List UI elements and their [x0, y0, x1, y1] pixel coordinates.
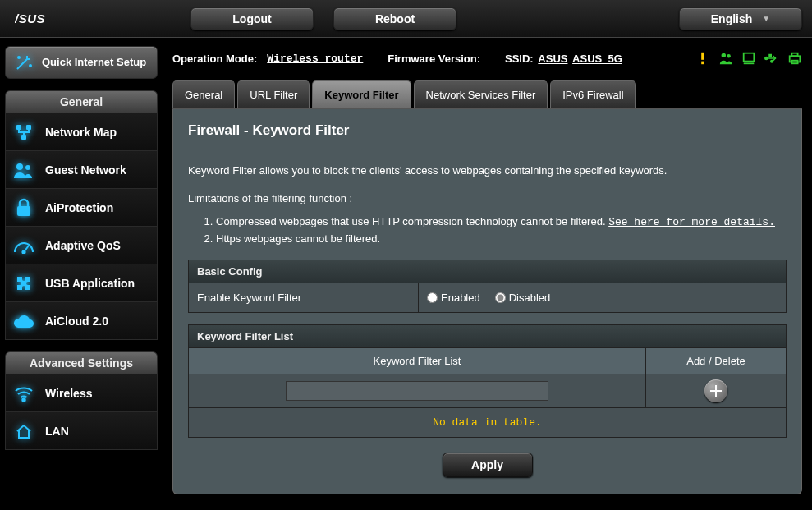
no-data-message: No data in table. — [188, 408, 787, 438]
ssid-link-1[interactable]: ASUS — [538, 53, 567, 65]
users-status-icon[interactable] — [718, 51, 733, 66]
firewall-tabs: General URL Filter Keyword Filter Networ… — [172, 80, 802, 109]
svg-rect-4 — [26, 125, 31, 130]
svg-rect-11 — [701, 53, 704, 60]
keyword-filter-list-header: Keyword Filter List — [188, 324, 787, 348]
tab-general[interactable]: General — [172, 80, 235, 108]
sidebar-item-label: Wireless — [45, 387, 92, 400]
main-content: Operation Mode: Wireless router Firmware… — [163, 38, 812, 494]
sidebar-item-label: AiProtection — [45, 201, 113, 214]
sidebar-item-network-map[interactable]: Network Map — [5, 113, 158, 151]
puzzle-icon — [12, 272, 35, 295]
op-mode-link[interactable]: Wireless router — [267, 53, 363, 65]
column-action: Add / Delete — [646, 348, 786, 374]
enable-keyword-filter-label: Enable Keyword Filter — [189, 283, 419, 312]
svg-rect-15 — [744, 53, 755, 62]
svg-point-6 — [16, 163, 23, 170]
ssid-link-2[interactable]: ASUS_5G — [572, 53, 622, 65]
language-label: English — [711, 12, 753, 25]
network-map-icon — [12, 121, 35, 144]
top-bar: /SUS Logout Reboot English ▼ — [0, 0, 812, 38]
basic-config-header: Basic Config — [188, 260, 787, 283]
svg-point-2 — [30, 65, 31, 67]
svg-point-9 — [22, 250, 25, 253]
sidebar-section-advanced: Advanced Settings — [5, 351, 158, 374]
column-keyword: Keyword Filter List — [189, 348, 646, 374]
add-keyword-button[interactable] — [704, 379, 727, 402]
page-title: Firewall - Keyword Filter — [188, 122, 787, 149]
usb-status-icon[interactable] — [764, 51, 779, 66]
wand-icon — [12, 51, 35, 74]
sidebar-item-label: Guest Network — [45, 163, 126, 177]
ssid-block: SSID: ASUS ASUS_5G — [505, 53, 622, 65]
chevron-down-icon: ▼ — [762, 14, 770, 23]
sidebar-item-lan[interactable]: LAN — [5, 412, 158, 450]
sidebar-item-wireless[interactable]: Wireless — [5, 374, 158, 412]
logout-button[interactable]: Logout — [190, 7, 314, 30]
radio-enabled[interactable]: Enabled — [427, 292, 480, 304]
svg-rect-17 — [769, 55, 771, 57]
content-panel: Firewall - Keyword Filter Keyword Filter… — [172, 109, 802, 494]
wifi-icon — [12, 382, 35, 405]
op-mode-label: Operation Mode: — [172, 53, 257, 65]
svg-point-10 — [22, 398, 25, 401]
qis-label: Quick Internet Setup — [42, 57, 146, 68]
tab-url-filter[interactable]: URL Filter — [237, 80, 310, 108]
sidebar-item-aicloud[interactable]: AiCloud 2.0 — [5, 302, 158, 340]
page-description: Keyword Filter allows you to block the c… — [188, 163, 787, 179]
svg-point-18 — [771, 61, 773, 62]
radio-disabled-input[interactable] — [495, 292, 506, 303]
keyword-filter-list-section: Keyword Filter List Keyword Filter List … — [188, 324, 787, 438]
svg-rect-3 — [16, 125, 21, 130]
tab-ipv6-firewall[interactable]: IPv6 Firewall — [550, 80, 635, 108]
router-info-bar: Operation Mode: Wireless router Firmware… — [172, 46, 802, 71]
alert-icon[interactable] — [695, 51, 710, 66]
svg-rect-5 — [21, 135, 26, 140]
sidebar-item-aiprotection[interactable]: AiProtection — [5, 189, 158, 227]
tab-keyword-filter[interactable]: Keyword Filter — [312, 80, 411, 108]
radio-disabled[interactable]: Disabled — [495, 292, 551, 304]
reboot-button[interactable]: Reboot — [333, 7, 456, 30]
status-icons — [695, 51, 802, 66]
speedometer-icon — [12, 234, 35, 257]
plus-icon — [709, 384, 723, 397]
home-icon — [12, 420, 35, 443]
sidebar-section-general: General — [5, 90, 158, 113]
svg-rect-8 — [17, 206, 30, 216]
sidebar-item-label: LAN — [45, 425, 69, 438]
keyword-input[interactable] — [286, 381, 548, 401]
sidebar-item-label: Network Map — [45, 126, 117, 139]
sidebar-item-usb-application[interactable]: USB Application — [5, 264, 158, 302]
limitation-1: Compressed webpages that use HTTP compre… — [216, 214, 787, 231]
svg-point-13 — [722, 53, 726, 57]
tab-network-services-filter[interactable]: Network Services Filter — [414, 80, 548, 108]
printer-status-icon[interactable] — [787, 51, 802, 66]
limitation-details-link[interactable]: See here for more details. — [608, 216, 775, 228]
svg-point-1 — [18, 57, 20, 58]
limitations-title: Limitations of the filtering function : — [188, 191, 787, 207]
users-icon — [12, 159, 35, 181]
wan-status-icon[interactable] — [741, 51, 756, 66]
limitation-2: Https webpages cannot be filtered. — [216, 231, 787, 247]
sidebar: Quick Internet Setup General Network Map… — [0, 38, 163, 494]
radio-enabled-input[interactable] — [427, 292, 438, 303]
sidebar-item-label: USB Application — [45, 277, 135, 290]
svg-text:/SUS: /SUS — [15, 11, 45, 25]
sidebar-item-label: Adaptive QoS — [45, 239, 121, 252]
cloud-icon — [12, 310, 35, 333]
asus-logo: /SUS — [15, 7, 92, 31]
sidebar-item-guest-network[interactable]: Guest Network — [5, 151, 158, 189]
svg-rect-20 — [791, 53, 797, 57]
sidebar-item-adaptive-qos[interactable]: Adaptive QoS — [5, 227, 158, 264]
svg-point-7 — [25, 165, 30, 170]
fw-version-label: Firmware Version: — [388, 53, 480, 65]
lock-icon — [12, 196, 35, 219]
svg-point-14 — [727, 54, 731, 58]
apply-button[interactable]: Apply — [443, 453, 533, 477]
quick-internet-setup-button[interactable]: Quick Internet Setup — [5, 46, 158, 79]
svg-rect-12 — [701, 62, 704, 65]
svg-point-16 — [765, 57, 768, 60]
basic-config-section: Basic Config Enable Keyword Filter Enabl… — [188, 260, 787, 313]
sidebar-item-label: AiCloud 2.0 — [45, 315, 108, 328]
language-select[interactable]: English ▼ — [679, 7, 802, 30]
